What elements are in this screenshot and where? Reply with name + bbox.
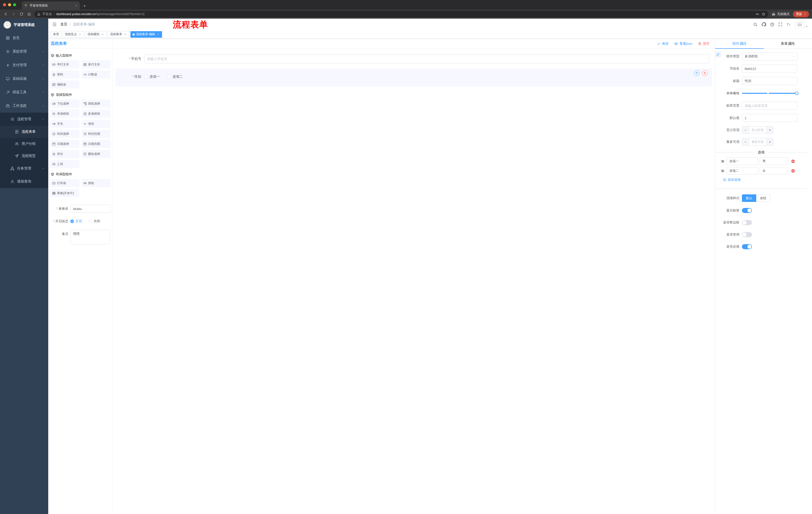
tab-title: 芋道管理系统 — [30, 3, 73, 8]
window-minimize-button[interactable] — [8, 3, 11, 6]
palette-item-select[interactable]: 下拉选择 — [50, 100, 79, 108]
breadcrumb-home[interactable]: 首页 — [60, 22, 67, 27]
checkbox-box — [144, 75, 148, 78]
gender-checkbox-group: 选项一选项二 — [144, 75, 183, 79]
sidebar-item-devtools[interactable]: 研发工具 — [0, 85, 48, 99]
close-icon[interactable] — [78, 33, 82, 36]
palette-item-date-range[interactable]: 日期范围 — [81, 140, 111, 148]
status-row: 开启状态 开启关闭 — [50, 217, 110, 225]
palette-item-color-picker[interactable]: 颜色选择 — [81, 150, 111, 158]
palette-item-button[interactable]: 按钮 — [81, 179, 111, 187]
close-icon[interactable] — [123, 33, 127, 36]
chevron-down-icon — [42, 167, 45, 170]
status-label: 开启状态 — [50, 217, 68, 225]
back-button[interactable] — [3, 11, 8, 17]
tag-process-form[interactable]: 流程表单 — [108, 31, 129, 38]
url-text[interactable]: dashboard.yudao.iocoder.cn/bpm/manager/f… — [56, 12, 406, 16]
editor-icon — [52, 83, 56, 86]
submenu-workflow: 流程管理流程表单用户分组流程模型任务管理请假查询 — [0, 113, 48, 188]
cascader-icon — [83, 102, 87, 105]
sidebar-item-task-manage[interactable]: 任务管理 — [0, 162, 48, 175]
tag-process-model[interactable]: 流程模型 — [85, 31, 107, 38]
home-button[interactable] — [26, 11, 32, 17]
security-label[interactable]: 不安全 — [42, 12, 52, 16]
app-logo — [3, 21, 11, 29]
tag-label: 首页 — [53, 32, 59, 36]
tree-icon — [10, 166, 14, 170]
window-controls — [3, 3, 16, 6]
tag-process-definition[interactable]: 流程定义 — [63, 31, 84, 38]
window-close-button[interactable] — [3, 3, 6, 6]
tag-process-form-edit[interactable]: 流程表单-编辑 — [130, 31, 162, 38]
palette-item-editor[interactable]: 编辑器 — [50, 80, 79, 88]
address-bar[interactable]: 不安全 dashboard.yudao.iocoder.cn/bpm/manag… — [34, 11, 406, 17]
palette-item-checkbox-group[interactable]: 多选框组 — [81, 110, 111, 118]
upload-icon — [52, 162, 56, 166]
palette-item-cascader[interactable]: 级联选择 — [81, 100, 111, 108]
sidebar-item-payment[interactable]: ¥支付管理 — [0, 58, 48, 72]
browser-tab[interactable]: 芋道管理系统 — [22, 1, 80, 9]
palette-scroll: 输入型组件单行文本多行文本密码123计数器编辑器选择型组件下拉选择级联选择单选框… — [48, 49, 112, 257]
sidebar-item-label: 任务管理 — [17, 166, 31, 171]
chevron-up-icon — [42, 118, 45, 121]
svg-text:123: 123 — [84, 74, 86, 75]
gender-checkbox-1[interactable]: 选项一 — [144, 75, 160, 79]
status-radio-on[interactable]: 开启 — [70, 217, 82, 225]
breadcrumb: 首页 / 流程表单-编辑 — [60, 22, 95, 27]
radio-icon — [52, 112, 56, 115]
palette-item-slider[interactable]: 滑块 — [81, 120, 111, 128]
chevron-down-icon — [42, 50, 45, 53]
sidebar-item-user-group[interactable]: 用户分组 — [0, 138, 48, 150]
palette-group-grid: 单行文本多行文本密码123计数器编辑器 — [50, 60, 110, 88]
phone-input[interactable] — [144, 54, 406, 63]
reload-button[interactable] — [19, 11, 24, 17]
tag-home[interactable]: 首页 — [51, 31, 61, 38]
cube-icon — [51, 172, 54, 176]
sidebar-item-leave-query[interactable]: 请假查询 — [0, 175, 48, 188]
form-name-label: 表单名 — [50, 205, 68, 213]
status-radio-off[interactable]: 关闭 — [88, 217, 100, 225]
phone-field-item[interactable]: 手机号 — [116, 52, 406, 65]
infra-icon — [5, 77, 10, 81]
sidebar-item-process-manage[interactable]: 流程管理 — [0, 113, 48, 126]
form-name-input[interactable] — [70, 205, 111, 213]
menu-fold-button[interactable] — [52, 22, 57, 27]
form-name-row: 表单名 — [50, 205, 110, 213]
new-tab-button[interactable] — [83, 4, 86, 7]
palette-item-switch[interactable]: 开关 — [50, 120, 79, 128]
multi-text-icon — [83, 63, 87, 66]
counter-icon: 123 — [83, 73, 87, 76]
forward-button[interactable] — [11, 11, 16, 17]
window-zoom-button[interactable] — [13, 3, 16, 6]
remark-textarea[interactable]: 嘿嘿 — [70, 230, 110, 244]
sidebar-item-infrastructure[interactable]: 基础设施 — [0, 72, 48, 85]
sidebar-item-label: 流程表单 — [22, 130, 36, 134]
palette-item-row-container[interactable]: 行容器 — [50, 179, 79, 187]
sidebar-item-workflow[interactable]: 工作流程 — [0, 99, 48, 113]
palette-item-rate[interactable]: 评分 — [50, 150, 79, 158]
palette-item-table[interactable]: 表格[开发中] — [50, 189, 79, 197]
palette-item-upload[interactable]: 上传 — [50, 160, 79, 168]
palette-item-radio-group[interactable]: 单选框组 — [50, 110, 79, 118]
yen-icon: ¥ — [5, 63, 10, 67]
gender-checkbox-2[interactable]: 选项二 — [167, 75, 183, 79]
palette-item-time-range[interactable]: 时间范围 — [81, 130, 111, 138]
tab-close-button[interactable] — [75, 4, 77, 7]
close-icon[interactable] — [156, 33, 160, 36]
close-icon[interactable] — [101, 33, 104, 36]
chevron-down-icon — [42, 64, 45, 66]
sidebar-item-system[interactable]: 系统管理 — [0, 45, 48, 58]
palette-item-time-picker[interactable]: 时间选择 — [50, 130, 79, 138]
palette-item-counter[interactable]: 123计数器 — [81, 71, 111, 78]
palette-item-multi-text[interactable]: 多行文本 — [81, 60, 111, 69]
palette-item-single-text[interactable]: 单行文本 — [50, 60, 79, 69]
sidebar-item-process-form[interactable]: 流程表单 — [0, 126, 48, 138]
sidebar-item-home[interactable]: 首页 — [0, 31, 48, 45]
palette-item-date-picker[interactable]: 日期选择 — [50, 140, 79, 148]
palette-item-password[interactable]: 密码 — [50, 71, 79, 78]
radio-circle — [70, 219, 74, 223]
gender-label: 性别 — [118, 75, 141, 79]
gender-field-item[interactable]: 性别 选项一选项二 — [116, 69, 406, 86]
sidebar-item-process-model[interactable]: 流程模型 — [0, 150, 48, 162]
annotation-overlay: 流程表单 — [173, 19, 208, 30]
